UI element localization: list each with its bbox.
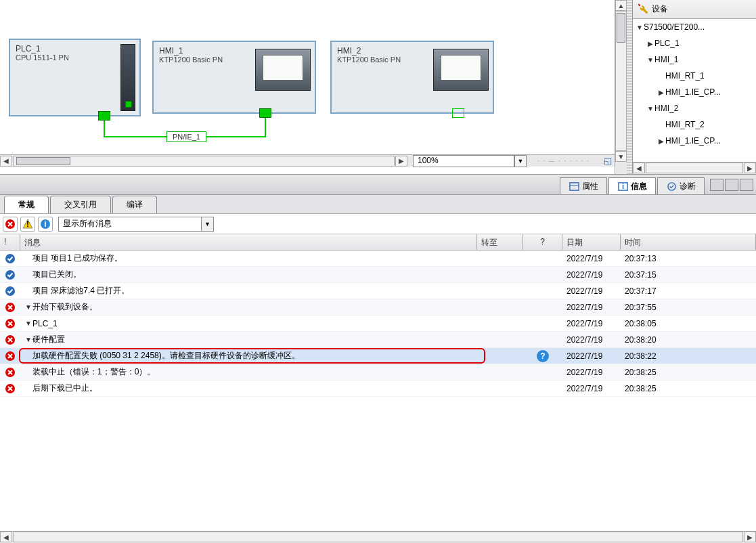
- col-q[interactable]: ?: [523, 234, 562, 250]
- message-row[interactable]: 项目 深床滤池7.4 已打开。2022/7/1920:37:17: [0, 283, 756, 299]
- tree-hscroll-track[interactable]: [646, 162, 743, 173]
- hscroll-right-button[interactable]: ▶: [395, 156, 407, 167]
- message-help[interactable]: ?: [523, 350, 562, 362]
- tree-node[interactable]: ▼HMI_1: [633, 51, 756, 68]
- device-hmi1[interactable]: HMI_1 KTP1200 Basic PN: [152, 41, 316, 114]
- tree-body[interactable]: ▼S71500/ET200...▶PLC_1▼HMI_1HMI_RT_1▶HMI…: [633, 19, 756, 162]
- message-date: 2022/7/19: [562, 368, 621, 377]
- message-text: 项目已关闭。: [20, 269, 477, 280]
- net-port-plc[interactable]: [98, 111, 110, 121]
- row-toggle-icon[interactable]: ▼: [24, 303, 32, 311]
- tree-node[interactable]: HMI_RT_1: [633, 68, 756, 84]
- network-canvas[interactable]: PLC_1 CPU 1511-1 PN HMI_1 KTP1200 Basic …: [0, 0, 615, 154]
- hscroll-track[interactable]: [13, 156, 395, 167]
- error-icon: [0, 318, 20, 329]
- device-hmi1-sub: KTP1200 Basic PN: [159, 56, 255, 64]
- tab-info[interactable]: i 信息: [608, 177, 656, 194]
- bottom-hscroll: ◀ ▶: [0, 531, 756, 543]
- tree-node[interactable]: HMI_RT_2: [633, 116, 756, 133]
- window-button-3[interactable]: [740, 179, 753, 191]
- error-icon: [0, 383, 20, 394]
- message-row[interactable]: 装载中止（错误：1；警告：0）。2022/7/1920:38:25: [0, 364, 756, 381]
- vscroll-track[interactable]: [615, 11, 627, 151]
- filter-error-icon[interactable]: [3, 217, 18, 232]
- network-label[interactable]: PN/IE_1: [166, 131, 206, 142]
- splitter[interactable]: [627, 0, 632, 174]
- tree-node[interactable]: ▶PLC_1: [633, 35, 756, 51]
- filter-warning-icon[interactable]: !: [20, 217, 35, 232]
- message-date: 2022/7/19: [562, 286, 621, 296]
- message-row[interactable]: 项目 项目1 已成功保存。2022/7/1920:37:13: [0, 251, 756, 267]
- zoom-fit-icon[interactable]: ◱: [601, 155, 615, 167]
- diagnostics-icon: [666, 181, 677, 192]
- device-plc[interactable]: PLC_1 CPU 1511-1 PN: [9, 39, 141, 116]
- hscroll-thumb[interactable]: [16, 157, 70, 165]
- tree-label: PLC_1: [654, 39, 680, 48]
- zoom-dropdown-button[interactable]: ▼: [514, 155, 527, 167]
- bottom-hscroll-right[interactable]: ▶: [744, 531, 756, 542]
- tree-toggle-icon[interactable]: ▶: [646, 40, 654, 47]
- col-icon[interactable]: !: [0, 234, 20, 250]
- vscroll-thumb[interactable]: [617, 13, 625, 43]
- tree-hscroll-right[interactable]: ▶: [744, 162, 756, 173]
- filter-info-icon[interactable]: i: [38, 217, 53, 232]
- device-hmi1-name: HMI_1: [159, 46, 255, 56]
- inner-tab-compile[interactable]: 编译: [112, 196, 157, 213]
- vscroll-down-button[interactable]: ▼: [615, 151, 627, 162]
- hscroll-left-button[interactable]: ◀: [0, 156, 12, 167]
- inner-tab-general[interactable]: 常规: [4, 196, 49, 213]
- help-icon[interactable]: ?: [537, 350, 549, 362]
- tree-toggle-icon[interactable]: ▼: [646, 105, 654, 112]
- col-date[interactable]: 日期: [562, 234, 621, 250]
- zoom-slider[interactable]: · · — · · · · · ·: [527, 155, 601, 167]
- tree-hscroll-left[interactable]: ◀: [633, 162, 645, 173]
- row-toggle-icon[interactable]: ▼: [24, 320, 32, 327]
- tree-toggle-icon[interactable]: ▼: [636, 24, 644, 31]
- device-hmi2[interactable]: HMI_2 KTP1200 Basic PN: [330, 41, 494, 114]
- bottom-hscroll-track[interactable]: [13, 531, 743, 542]
- col-goto[interactable]: 转至: [477, 234, 523, 250]
- filter-select[interactable]: ▼: [58, 217, 214, 232]
- window-button-1[interactable]: [710, 179, 724, 191]
- bottom-hscroll-left[interactable]: ◀: [0, 531, 12, 542]
- message-date: 2022/7/19: [562, 303, 621, 312]
- message-row[interactable]: 加载硬件配置失败 (0050 31 2 2458)。请检查目标硬件设备的诊断缓冲…: [0, 348, 756, 364]
- message-text: ▼ 开始下载到设备。: [20, 301, 477, 313]
- message-row[interactable]: 后期下载已中止。2022/7/1920:38:25: [0, 381, 756, 397]
- tree-node[interactable]: ▼S71500/ET200...: [633, 19, 756, 35]
- message-time: 20:38:25: [621, 384, 756, 393]
- message-body[interactable]: 项目 项目1 已成功保存。2022/7/1920:37:13 项目已关闭。202…: [0, 251, 756, 531]
- tab-properties[interactable]: 属性: [560, 177, 607, 194]
- message-header: ! 消息 转至 ? 日期 时间: [0, 234, 756, 251]
- inspector-window-controls: [710, 175, 753, 194]
- window-button-2[interactable]: [725, 179, 738, 191]
- filter-input[interactable]: [59, 217, 201, 231]
- col-msg[interactable]: 消息: [20, 234, 477, 250]
- vscroll-up-button[interactable]: ▲: [615, 0, 627, 11]
- message-row[interactable]: ▼ 开始下载到设备。2022/7/1920:37:55: [0, 299, 756, 316]
- filter-dropdown-button[interactable]: ▼: [201, 217, 213, 231]
- tree-label: S71500/ET200...: [644, 22, 705, 32]
- tree-label: HMI_2: [654, 104, 678, 113]
- message-row[interactable]: 项目已关闭。2022/7/1920:37:15: [0, 267, 756, 283]
- net-port-hmi2[interactable]: [452, 108, 464, 118]
- message-row[interactable]: ▼ 硬件配置2022/7/1920:38:20: [0, 332, 756, 348]
- row-toggle-icon[interactable]: ▼: [24, 336, 32, 343]
- svg-text:i: i: [44, 219, 46, 229]
- tree-toggle-icon[interactable]: ▶: [657, 137, 665, 145]
- col-time[interactable]: 时间: [621, 234, 756, 250]
- message-text: 后期下载已中止。: [20, 383, 477, 394]
- tree-node[interactable]: ▶HMI_1.IE_CP...: [633, 84, 756, 100]
- tree-node[interactable]: ▼HMI_2: [633, 100, 756, 116]
- message-row[interactable]: ▼ PLC_12022/7/1920:38:05: [0, 316, 756, 332]
- tree-toggle-icon[interactable]: ▶: [657, 89, 665, 96]
- tree-node[interactable]: ▶HMI_1.IE_CP...: [633, 133, 756, 149]
- inner-tab-crossref[interactable]: 交叉引用: [50, 196, 111, 213]
- tab-diagnostics[interactable]: 诊断: [657, 177, 705, 194]
- tree-label: HMI_RT_1: [665, 71, 705, 81]
- message-text: 加载硬件配置失败 (0050 31 2 2458)。请检查目标硬件设备的诊断缓冲…: [20, 350, 477, 362]
- tree-toggle-icon[interactable]: ▼: [646, 56, 654, 64]
- zoom-input[interactable]: 100%: [413, 155, 514, 167]
- net-port-hmi1[interactable]: [259, 108, 271, 118]
- message-time: 20:38:20: [621, 335, 756, 345]
